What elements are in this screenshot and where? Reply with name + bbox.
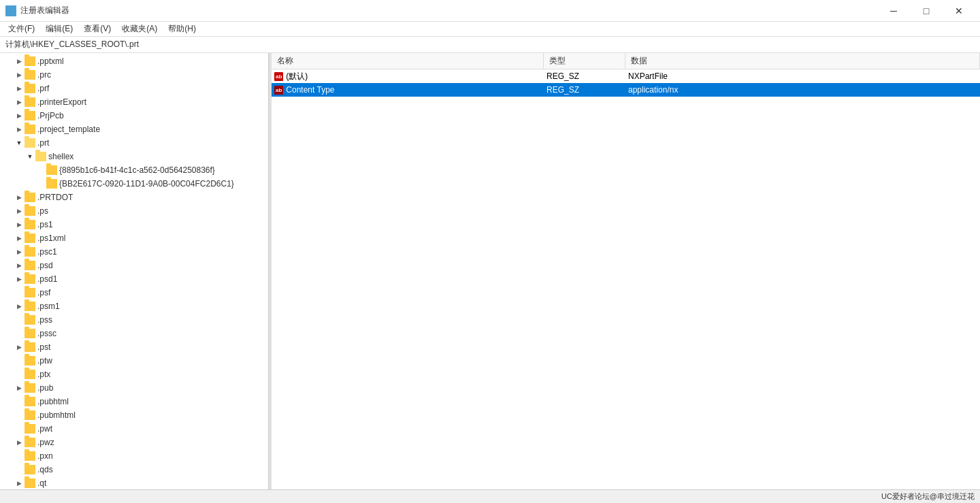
tree-item-psf[interactable]: .psf	[0, 286, 268, 299]
folder-icon-pxn	[24, 451, 35, 461]
svg-rect-3	[12, 12, 15, 15]
tree-item-shellex[interactable]: ▼ shellex	[0, 150, 268, 163]
tree-item-pubhtml[interactable]: .pubhtml	[0, 395, 268, 408]
folder-icon-pubhtml	[24, 397, 35, 406]
expand-arrow-PRTDOT: ▶	[14, 192, 24, 203]
folder-icon-psd	[24, 261, 35, 270]
tree-label-ptw: .ptw	[37, 356, 52, 366]
right-panel: 名称 类型 数据 ab (默认) REG_SZ NXPartFile ab Co…	[272, 53, 980, 489]
tree-item-qt[interactable]: ▶ .qt	[0, 476, 268, 489]
menu-help[interactable]: 帮助(H)	[163, 22, 201, 37]
folder-icon-shellex	[35, 152, 46, 161]
tree-item-pxn[interactable]: .pxn	[0, 449, 268, 463]
tree-label-pubmhtml: .pubmhtml	[37, 410, 76, 420]
cell-data-default: NXPartFile	[625, 69, 980, 83]
menu-edit[interactable]: 编辑(E)	[40, 22, 78, 37]
close-button[interactable]: ✕	[943, 0, 975, 22]
tree-item-ps[interactable]: ▶ .ps	[0, 204, 268, 218]
tree-item-PRTDOT[interactable]: ▶ .PRTDOT	[0, 191, 268, 204]
folder-icon-guid1	[46, 165, 57, 175]
cell-name-content-type: ab Content Type	[272, 83, 544, 97]
tree-label-pst: .pst	[37, 342, 50, 352]
minimize-button[interactable]: ─	[878, 0, 909, 22]
folder-icon-pss	[24, 315, 35, 325]
tree-item-psc1[interactable]: ▶ .psc1	[0, 245, 268, 259]
tree-item-guid1[interactable]: {8895b1c6-b41f-4c1c-a562-0d564250836f}	[0, 163, 268, 177]
tree-item-psd[interactable]: ▶ .psd	[0, 259, 268, 272]
expand-arrow-pptxml: ▶	[14, 56, 24, 67]
tree-label-ptx: .ptx	[37, 370, 50, 379]
tree-label-prc: .prc	[37, 70, 51, 80]
svg-rect-1	[12, 7, 15, 10]
tree-label-project_template: .project_template	[37, 125, 100, 134]
folder-icon-project_template	[24, 125, 35, 134]
cell-name-default: ab (默认)	[272, 69, 544, 83]
table-row-content-type[interactable]: ab Content Type REG_SZ application/nx	[272, 83, 980, 97]
tree-label-ps1: .ps1	[37, 220, 53, 229]
tree-item-project_template[interactable]: ▶ .project_template	[0, 123, 268, 136]
tree-item-pwt[interactable]: .pwt	[0, 422, 268, 436]
tree-item-qds[interactable]: .qds	[0, 463, 268, 476]
row-label-default: (默认)	[286, 71, 308, 82]
tree-item-pss[interactable]: .pss	[0, 313, 268, 327]
col-header-data: 数据	[625, 53, 980, 69]
tree-item-ps1[interactable]: ▶ .ps1	[0, 218, 268, 231]
expand-arrow-prc: ▶	[14, 69, 24, 80]
folder-icon-guid2	[46, 179, 57, 189]
tree-item-psm1[interactable]: ▶ .psm1	[0, 299, 268, 313]
tree-label-psd1: .psd1	[37, 274, 57, 284]
expand-arrow-printerExport: ▶	[14, 97, 24, 108]
col-header-type: 类型	[544, 53, 625, 69]
maximize-button[interactable]: □	[911, 0, 942, 22]
tree-item-prf[interactable]: ▶ .prf	[0, 82, 268, 95]
tree-label-ps1xml: .ps1xml	[37, 233, 65, 243]
expand-arrow-PrjPcb: ▶	[14, 110, 24, 121]
tree-item-psd1[interactable]: ▶ .psd1	[0, 272, 268, 286]
tree-panel[interactable]: ▶ .pptxml ▶ .prc ▶ .prf ▶ .printerExport…	[0, 53, 269, 489]
tree-label-psm1: .psm1	[37, 302, 60, 311]
expand-arrow-pwz: ▶	[14, 437, 24, 448]
tree-label-prt: .prt	[37, 138, 49, 148]
tree-label-qds: .qds	[37, 465, 53, 474]
tree-item-pst[interactable]: ▶ .pst	[0, 340, 268, 354]
data-rows[interactable]: ab (默认) REG_SZ NXPartFile ab Content Typ…	[272, 69, 980, 489]
menu-file[interactable]: 文件(F)	[3, 22, 40, 37]
tree-label-pub: .pub	[37, 383, 53, 393]
tree-item-pubmhtml[interactable]: .pubmhtml	[0, 408, 268, 422]
tree-item-PrjPcb[interactable]: ▶ .PrjPcb	[0, 109, 268, 123]
row-label-content-type: Content Type	[286, 85, 334, 95]
tree-item-pptxml[interactable]: ▶ .pptxml	[0, 54, 268, 68]
expand-arrow-pub: ▶	[14, 383, 24, 393]
tree-item-printerExport[interactable]: ▶ .printerExport	[0, 95, 268, 109]
folder-icon-prc	[24, 70, 35, 80]
tree-label-shellex: shellex	[48, 152, 74, 161]
tree-item-ptx[interactable]: .ptx	[0, 368, 268, 381]
menu-favorites[interactable]: 收藏夹(A)	[116, 22, 163, 37]
tree-item-prc[interactable]: ▶ .prc	[0, 68, 268, 82]
expand-arrow-shellex: ▼	[24, 151, 35, 162]
expand-arrow-psd: ▶	[14, 260, 24, 271]
expand-arrow-ps1: ▶	[14, 219, 24, 230]
main-content: ▶ .pptxml ▶ .prc ▶ .prf ▶ .printerExport…	[0, 53, 980, 489]
tree-item-prt[interactable]: ▼ .prt	[0, 136, 268, 150]
tree-item-ptw[interactable]: .ptw	[0, 354, 268, 368]
address-path: 计算机\HKEY_CLASSES_ROOT\.prt	[5, 39, 139, 50]
tree-item-guid2[interactable]: {BB2E617C-0920-11D1-9A0B-00C04FC2D6C1}	[0, 177, 268, 191]
tree-item-pub[interactable]: ▶ .pub	[0, 381, 268, 395]
folder-icon-ps1xml	[24, 233, 35, 243]
tree-label-psd: .psd	[37, 261, 53, 270]
expand-arrow-qt: ▶	[14, 478, 24, 489]
expand-arrow-prt: ▼	[14, 137, 24, 148]
folder-icon-prt	[24, 138, 35, 148]
tree-item-pssc[interactable]: .pssc	[0, 327, 268, 340]
folder-icon-pwt	[24, 424, 35, 434]
column-headers: 名称 类型 数据	[272, 53, 980, 69]
folder-icon-PRTDOT	[24, 193, 35, 202]
tree-item-ps1xml[interactable]: ▶ .ps1xml	[0, 231, 268, 245]
menu-view[interactable]: 查看(V)	[78, 22, 116, 37]
folder-icon-psf	[24, 288, 35, 297]
cell-type-default: REG_SZ	[544, 69, 625, 83]
folder-icon-psd1	[24, 274, 35, 284]
tree-item-pwz[interactable]: ▶ .pwz	[0, 436, 268, 449]
table-row-default[interactable]: ab (默认) REG_SZ NXPartFile	[272, 69, 980, 83]
